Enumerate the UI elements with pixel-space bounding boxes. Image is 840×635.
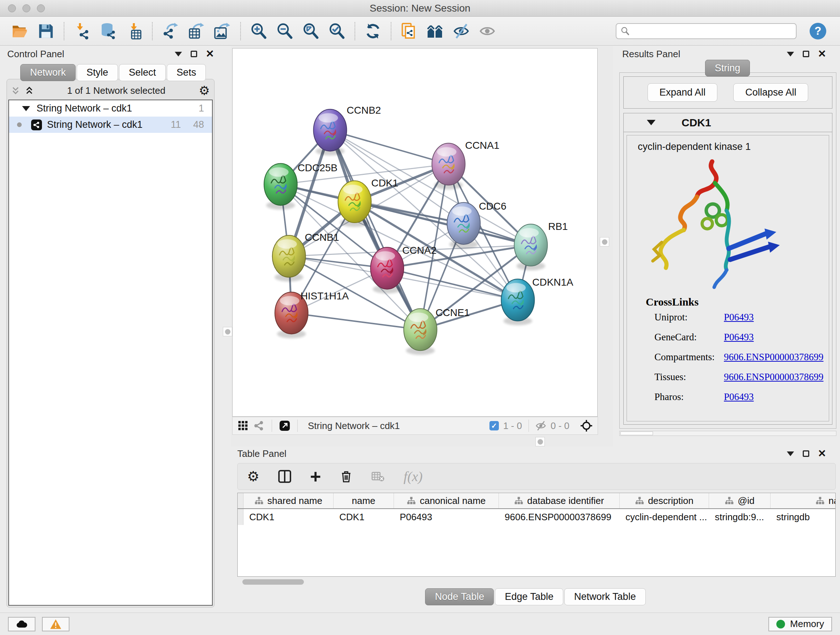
- crosslink-link[interactable]: P06493: [724, 332, 754, 343]
- panel-close-icon[interactable]: ✕: [818, 448, 826, 459]
- column-header[interactable]: name: [333, 493, 394, 508]
- memory-button[interactable]: Memory: [768, 617, 832, 631]
- collection-name: String Network – cdk1: [36, 103, 132, 114]
- table-cell[interactable]: CDK1: [243, 509, 333, 525]
- create-column-icon[interactable]: +: [310, 470, 321, 483]
- column-header[interactable]: shared name: [243, 493, 333, 508]
- cloud-status-button[interactable]: [8, 617, 35, 631]
- table-horizontal-scrollbar[interactable]: [237, 579, 836, 585]
- crosslink-link[interactable]: 9606.ENSP00000378699: [724, 352, 823, 363]
- import-network-from-file-button[interactable]: [71, 21, 93, 42]
- expand-all-button[interactable]: Expand All: [647, 83, 718, 102]
- table-cell[interactable]: stringdb:9...: [709, 509, 771, 525]
- export-table-button[interactable]: [185, 21, 208, 42]
- crosslink-link[interactable]: P06493: [724, 391, 754, 402]
- save-session-button[interactable]: [35, 21, 57, 42]
- birds-eye-view-icon[interactable]: [580, 420, 592, 432]
- table-cell[interactable]: P06493: [394, 509, 499, 525]
- first-neighbors-button[interactable]: [424, 21, 447, 42]
- import-network-from-database-button[interactable]: [97, 21, 119, 42]
- grid-view-icon[interactable]: [238, 420, 248, 431]
- bottom-splitter-handle[interactable]: [535, 437, 545, 447]
- tab-node-table[interactable]: Node Table: [425, 588, 494, 605]
- column-header[interactable]: namespace: [771, 493, 836, 508]
- network-canvas[interactable]: CCNB2CCNA1CDC25BCDK1CDC6RB1CCNB1CCNA2CDK…: [232, 48, 598, 417]
- tab-network[interactable]: Network: [20, 64, 76, 81]
- panel-menu-icon[interactable]: [787, 451, 794, 456]
- column-header[interactable]: @id: [709, 493, 771, 508]
- toolbar-divider: [64, 22, 65, 40]
- string-network-graph[interactable]: CCNB2CCNA1CDC25BCDK1CDC6RB1CCNB1CCNA2CDK…: [233, 49, 597, 416]
- warnings-button[interactable]: [42, 617, 69, 631]
- table-cell[interactable]: 9606.ENSP00000378699: [499, 509, 620, 525]
- detach-view-icon[interactable]: [279, 420, 290, 431]
- zoom-in-button[interactable]: [248, 21, 270, 42]
- collection-expand-icon[interactable]: [22, 106, 30, 111]
- network-overview-icon[interactable]: [254, 420, 264, 431]
- footer-divider: [297, 420, 298, 432]
- show-columns-icon[interactable]: [278, 470, 291, 483]
- shared-column-icon: [407, 496, 416, 505]
- selected-nodes-checkbox[interactable]: ✓: [489, 421, 499, 431]
- new-network-from-selection-button[interactable]: [398, 21, 420, 42]
- table-cell[interactable]: cyclin-dependent ...: [620, 509, 709, 525]
- crosslink-label: Uniprot:: [654, 312, 724, 323]
- column-header[interactable]: canonical name: [394, 493, 499, 508]
- panel-float-icon[interactable]: [803, 51, 809, 57]
- hide-selection-button[interactable]: [450, 21, 472, 42]
- column-header[interactable]: description: [620, 493, 709, 508]
- tab-style[interactable]: Style: [77, 64, 118, 81]
- table-cell[interactable]: stringdb: [771, 509, 836, 525]
- panel-close-icon[interactable]: ✕: [818, 49, 826, 59]
- network-options-gear-icon[interactable]: ⚙: [199, 84, 210, 97]
- refresh-view-button[interactable]: [362, 21, 384, 42]
- panel-close-icon[interactable]: ✕: [206, 49, 214, 59]
- tab-string[interactable]: String: [705, 60, 750, 76]
- zoom-selected-button[interactable]: [325, 21, 348, 42]
- crosslink-row: Pharos:P06493: [654, 391, 829, 402]
- network-row-selected[interactable]: String Network – cdk1 11 48: [9, 117, 212, 133]
- crosslinks-list: Uniprot:P06493GeneCard:P06493Compartment…: [627, 312, 829, 402]
- node-label-ccne1: CCNE1: [436, 307, 470, 318]
- search-input[interactable]: [633, 26, 791, 36]
- tab-edge-table[interactable]: Edge Table: [495, 588, 563, 605]
- crosslink-link[interactable]: 9606.ENSP00000378699: [724, 371, 823, 383]
- right-splitter-handle[interactable]: [600, 237, 609, 247]
- open-session-button[interactable]: [9, 21, 31, 42]
- column-header[interactable]: database identifier: [499, 493, 620, 508]
- table-cell[interactable]: CDK1: [333, 509, 394, 525]
- table-options-gear-icon[interactable]: ⚙: [247, 470, 259, 483]
- app-window: Session: New Session: [0, 0, 840, 635]
- network-edge[interactable]: [292, 313, 420, 330]
- tab-network-table[interactable]: Network Table: [564, 588, 646, 605]
- table-row[interactable]: CDK1CDK1P064939606.ENSP00000378699cyclin…: [238, 509, 835, 525]
- tab-select[interactable]: Select: [119, 64, 166, 81]
- results-scrollbar[interactable]: [619, 431, 836, 436]
- collapse-all-networks-icon[interactable]: [25, 86, 34, 95]
- shared-column-icon: [725, 496, 734, 505]
- left-splitter-handle[interactable]: [223, 327, 232, 336]
- zoom-out-button[interactable]: [273, 21, 296, 42]
- export-image-button[interactable]: [211, 21, 234, 42]
- search-field[interactable]: [616, 23, 797, 39]
- show-hidden-button[interactable]: [476, 21, 499, 42]
- panel-float-icon[interactable]: [803, 450, 809, 457]
- protein-collapse-icon[interactable]: [647, 120, 655, 125]
- collapse-all-button[interactable]: Collapse All: [733, 83, 808, 102]
- network-collection-row[interactable]: String Network – cdk1 1: [9, 100, 212, 117]
- zoom-fit-content-button[interactable]: [300, 21, 322, 42]
- crosslink-link[interactable]: P06493: [724, 312, 754, 323]
- tab-sets[interactable]: Sets: [167, 64, 206, 81]
- panel-menu-icon[interactable]: [787, 52, 794, 57]
- network-edge[interactable]: [330, 130, 448, 165]
- panel-menu-icon[interactable]: [175, 52, 182, 57]
- panel-float-icon[interactable]: [191, 51, 197, 57]
- import-table-from-file-button[interactable]: [123, 21, 145, 42]
- protein-section: CDK1 cyclin-dependent kinase 1: [623, 113, 832, 424]
- expand-all-networks-icon[interactable]: [11, 86, 20, 95]
- help-button[interactable]: ?: [810, 23, 826, 40]
- node-label-ccnb2: CCNB2: [347, 105, 381, 116]
- hidden-counts: 0 - 0: [551, 420, 569, 432]
- export-network-button[interactable]: [159, 21, 182, 42]
- delete-column-icon[interactable]: [340, 470, 353, 483]
